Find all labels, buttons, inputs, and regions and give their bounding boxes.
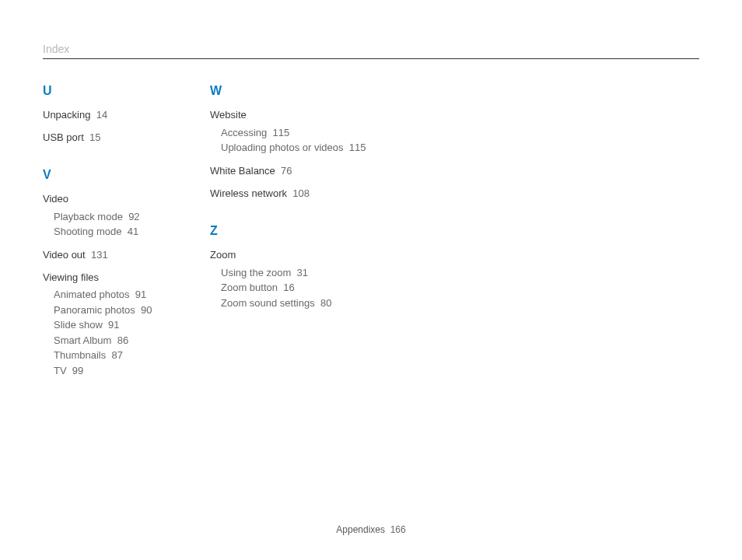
subentries: Playback mode 92 Shooting mode 41 [43, 209, 210, 240]
column-2: W Website Accessing 115 Uploading photos… [210, 84, 377, 387]
index-columns: U Unpacking 14 USB port 15 V Video Playb… [43, 84, 699, 387]
page-footer: Appendixes 166 [0, 524, 742, 535]
letter-heading-v: V [43, 168, 210, 182]
index-term: Wireless network [210, 187, 287, 199]
index-term: Viewing files [43, 271, 99, 283]
footer-section: Appendixes [336, 524, 385, 535]
letter-heading-z: Z [210, 224, 377, 238]
subentries: Animated photos 91 Panoramic photos 90 S… [43, 287, 210, 378]
page-header: Index [43, 43, 699, 59]
index-entry: Wireless network 108 [210, 187, 377, 201]
index-entry: Video Playback mode 92 Shooting mode 41 [43, 193, 210, 240]
index-entry: Zoom Using the zoom 31 Zoom button 16 Zo… [210, 249, 377, 310]
letter-heading-u: U [43, 84, 210, 98]
index-page: 15 [89, 131, 100, 143]
index-page: 76 [281, 165, 292, 177]
index-entry: Viewing files Animated photos 91 Panoram… [43, 271, 210, 379]
index-term: Video out [43, 249, 86, 261]
index-entry: Unpacking 14 [43, 109, 210, 122]
index-subentry: Using the zoom 31 [221, 265, 377, 281]
index-page: 14 [96, 109, 107, 121]
subentries: Accessing 115 Uploading photos or videos… [210, 125, 377, 156]
index-subentry: Thumbnails 87 [54, 348, 210, 363]
index-entry: Website Accessing 115 Uploading photos o… [210, 109, 377, 156]
index-subentry: Uploading photos or videos 115 [221, 140, 377, 156]
index-subentry: Panoramic photos 90 [54, 303, 210, 318]
index-subentry: Shooting mode 41 [54, 224, 210, 240]
index-term: Website [210, 109, 247, 121]
index-page: 108 [292, 187, 310, 199]
index-entry: Video out 131 [43, 249, 210, 262]
index-term: Unpacking [43, 109, 90, 121]
index-term: USB port [43, 131, 84, 143]
index-subentry: TV 99 [54, 363, 210, 379]
index-subentry: Zoom sound settings 80 [221, 296, 377, 311]
letter-heading-w: W [210, 84, 377, 98]
subentries: Using the zoom 31 Zoom button 16 Zoom so… [210, 265, 377, 311]
footer-page-number: 166 [390, 524, 406, 535]
index-entry: USB port 15 [43, 131, 210, 145]
index-term: White Balance [210, 165, 275, 177]
index-subentry: Zoom button 16 [221, 280, 377, 296]
index-term: Video [43, 193, 68, 205]
index-subentry: Smart Album 86 [54, 333, 210, 348]
index-subentry: Animated photos 91 [54, 287, 210, 303]
index-entry: White Balance 76 [210, 165, 377, 178]
column-1: U Unpacking 14 USB port 15 V Video Playb… [43, 84, 210, 387]
index-subentry: Playback mode 92 [54, 209, 210, 225]
index-subentry: Accessing 115 [221, 125, 377, 141]
header-title: Index [43, 43, 699, 55]
index-term: Zoom [210, 249, 236, 261]
index-subentry: Slide show 91 [54, 317, 210, 333]
index-page: 131 [91, 249, 108, 261]
